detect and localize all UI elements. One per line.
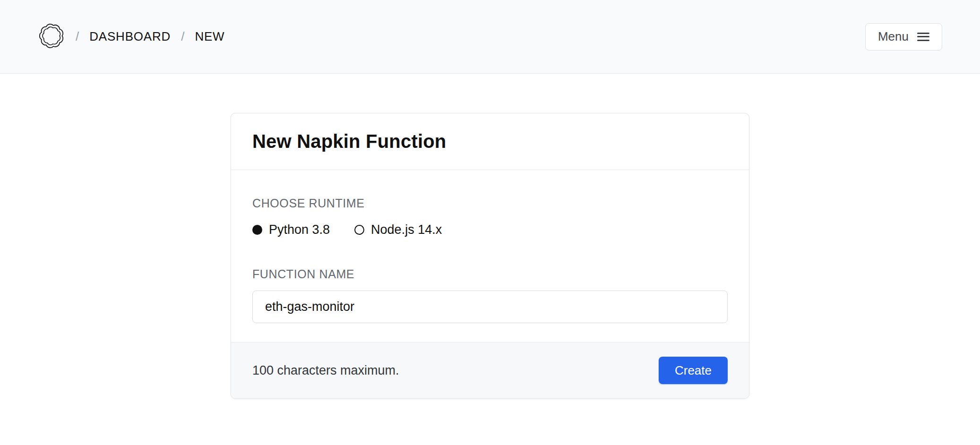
breadcrumb: / DASHBOARD / NEW <box>38 23 224 51</box>
runtime-option-0[interactable]: Python 3.8 <box>252 222 330 237</box>
new-function-card: New Napkin Function CHOOSE RUNTIME Pytho… <box>231 113 749 399</box>
character-limit-hint: 100 characters maximum. <box>252 363 399 378</box>
main-content: New Napkin Function CHOOSE RUNTIME Pytho… <box>0 74 980 399</box>
runtime-option-1[interactable]: Node.js 14.x <box>354 222 442 237</box>
page-title: New Napkin Function <box>252 131 728 152</box>
runtime-label: CHOOSE RUNTIME <box>252 197 728 210</box>
runtime-option-label: Node.js 14.x <box>371 222 442 237</box>
breadcrumb-item-new: NEW <box>195 29 224 44</box>
napkin-logo[interactable] <box>38 23 65 51</box>
top-header: / DASHBOARD / NEW Menu <box>0 0 980 74</box>
runtime-radio-group: Python 3.8 Node.js 14.x <box>252 222 728 237</box>
breadcrumb-item-dashboard[interactable]: DASHBOARD <box>89 29 171 44</box>
create-button[interactable]: Create <box>659 357 728 384</box>
breadcrumb-separator: / <box>181 29 184 44</box>
radio-nodejs-icon[interactable] <box>354 225 364 235</box>
menu-button-label: Menu <box>878 29 909 44</box>
scalloped-seal-icon <box>38 22 65 51</box>
function-name-label: FUNCTION NAME <box>252 267 728 281</box>
runtime-option-label: Python 3.8 <box>269 222 330 237</box>
card-header: New Napkin Function <box>231 113 749 170</box>
radio-python-icon[interactable] <box>252 225 262 235</box>
menu-button[interactable]: Menu <box>865 23 942 51</box>
breadcrumb-separator: / <box>76 29 79 44</box>
card-footer: 100 characters maximum. Create <box>231 342 749 398</box>
card-body: CHOOSE RUNTIME Python 3.8 Node.js 14.x F… <box>231 170 749 342</box>
function-name-input[interactable] <box>252 291 728 323</box>
hamburger-icon <box>917 33 929 41</box>
